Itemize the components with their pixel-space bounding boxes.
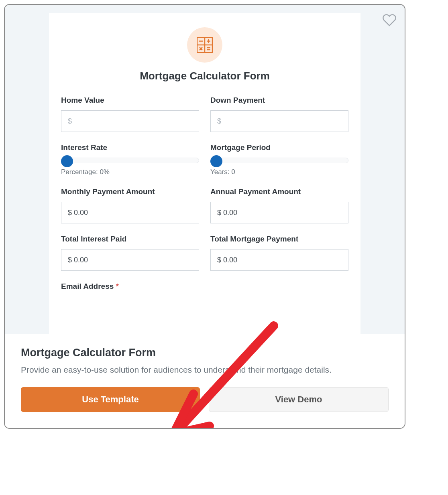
- input-down-payment[interactable]: [210, 110, 348, 132]
- output-annual-payment: $ 0.00: [210, 202, 348, 223]
- slider-track: [61, 158, 199, 163]
- view-demo-button[interactable]: View Demo: [209, 387, 389, 412]
- template-card: Mortgage Calculator Form Home Value Down…: [4, 4, 405, 429]
- info-title: Mortgage Calculator Form: [21, 347, 389, 359]
- slider-thumb[interactable]: [61, 155, 73, 167]
- button-row: Use Template View Demo: [21, 387, 389, 412]
- slider-thumb[interactable]: [210, 155, 222, 167]
- slider-mortgage-period[interactable]: [210, 158, 348, 163]
- label-annual-payment: Annual Payment Amount: [210, 187, 348, 196]
- field-mortgage-period: Mortgage Period Years: 0: [210, 143, 348, 176]
- info-area: Mortgage Calculator Form Provide an easy…: [5, 334, 405, 428]
- slider-value-interest: Percentage: 0%: [61, 168, 199, 176]
- label-email-text: Email Address: [61, 282, 114, 290]
- field-monthly-payment: Monthly Payment Amount $ 0.00: [61, 187, 199, 223]
- field-total-mortgage: Total Mortgage Payment $ 0.00: [210, 235, 348, 271]
- required-indicator: *: [116, 282, 119, 290]
- field-email: Email Address *: [61, 282, 348, 296]
- label-email: Email Address *: [61, 282, 348, 291]
- input-home-value[interactable]: [61, 110, 199, 132]
- label-home-value: Home Value: [61, 96, 199, 105]
- label-down-payment: Down Payment: [210, 96, 348, 105]
- output-total-interest: $ 0.00: [61, 249, 199, 271]
- slider-track: [210, 158, 348, 163]
- slider-interest-rate[interactable]: [61, 158, 199, 163]
- output-total-mortgage: $ 0.00: [210, 249, 348, 271]
- field-total-interest: Total Interest Paid $ 0.00: [61, 235, 199, 271]
- field-annual-payment: Annual Payment Amount $ 0.00: [210, 187, 348, 223]
- label-interest-rate: Interest Rate: [61, 143, 199, 152]
- label-mortgage-period: Mortgage Period: [210, 143, 348, 152]
- form-title: Mortgage Calculator Form: [61, 70, 348, 82]
- preview-area: Mortgage Calculator Form Home Value Down…: [5, 5, 405, 334]
- field-home-value: Home Value: [61, 96, 199, 132]
- field-interest-rate: Interest Rate Percentage: 0%: [61, 143, 199, 176]
- label-total-interest: Total Interest Paid: [61, 235, 199, 243]
- label-total-mortgage: Total Mortgage Payment: [210, 235, 348, 243]
- info-description: Provide an easy-to-use solution for audi…: [21, 364, 389, 376]
- form-preview: Mortgage Calculator Form Home Value Down…: [49, 13, 360, 334]
- use-template-button[interactable]: Use Template: [21, 387, 200, 412]
- favorite-heart-icon[interactable]: [382, 13, 397, 27]
- calculator-icon: [187, 27, 222, 63]
- form-grid: Home Value Down Payment Interest Rate Pe…: [61, 96, 348, 296]
- output-monthly-payment: $ 0.00: [61, 202, 199, 223]
- field-down-payment: Down Payment: [210, 96, 348, 132]
- slider-value-period: Years: 0: [210, 168, 348, 176]
- label-monthly-payment: Monthly Payment Amount: [61, 187, 199, 196]
